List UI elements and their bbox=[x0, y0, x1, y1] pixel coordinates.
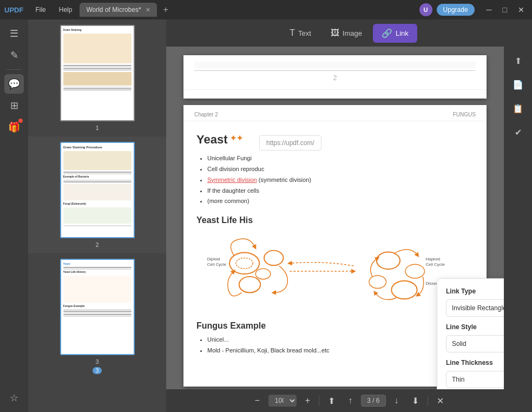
thumbnail-page-2[interactable]: Gram Staining Procedure Example of Bacte… bbox=[28, 136, 166, 253]
sidebar-divider-1 bbox=[6, 69, 22, 70]
right-icon-share[interactable]: ⬆ bbox=[508, 51, 528, 70]
bullet-list: Unicellular Fungi Cell division reproduc… bbox=[196, 153, 474, 207]
sidebar-icon-edit[interactable]: ✎ bbox=[4, 45, 24, 65]
link-tool-button[interactable]: 🔗 Link bbox=[373, 24, 417, 43]
help-menu[interactable]: Help bbox=[54, 4, 78, 16]
svg-point-7 bbox=[391, 281, 417, 299]
page-header: Chapter 2 FUNGUS bbox=[183, 105, 487, 121]
left-sidebar: ☰ ✎ 💬 ⊞ 🎁 ☆ bbox=[0, 19, 28, 412]
thumbnail-label-2: 2 bbox=[95, 241, 98, 248]
bullet-1: Unicellular Fungi bbox=[207, 153, 474, 164]
fungus-bullet-2: Mold - Penicillium, Koji, Black bread mo… bbox=[207, 345, 474, 356]
scroll-up-small-button[interactable]: ↑ bbox=[344, 394, 357, 408]
avatar: U bbox=[419, 3, 432, 16]
bullet-4: If the daughter cells bbox=[207, 186, 474, 197]
pdf-page-2-top: 2 bbox=[183, 55, 487, 99]
link-tool-label: Link bbox=[396, 29, 409, 37]
svg-text:Diploid: Diploid bbox=[207, 257, 220, 261]
active-tab[interactable]: World of Microbes* ✕ bbox=[80, 3, 156, 17]
add-tab-button[interactable]: + bbox=[159, 3, 173, 17]
url-overlay: https://updf.com/ bbox=[259, 135, 321, 151]
right-icon-file[interactable]: 📋 bbox=[508, 99, 528, 118]
minimize-button[interactable]: ─ bbox=[483, 4, 495, 15]
svg-point-5 bbox=[377, 252, 400, 269]
yeast-life-cycle-diagram: Diploid Cell Cycle Haploid Cell Cycle Di… bbox=[196, 231, 474, 315]
yeast-cycle-svg: Diploid Cell Cycle Haploid Cell Cycle Di… bbox=[196, 231, 474, 315]
main-layout: ☰ ✎ 💬 ⊞ 🎁 ☆ Gram Staining bbox=[0, 19, 532, 412]
line-thickness-select[interactable]: Thin Medium Thick bbox=[446, 371, 504, 388]
page-indicator: 3 / 6 bbox=[361, 395, 385, 407]
bottom-navigation: − 100% + ⬆ ↑ 3 / 6 ↓ ⬇ ✕ bbox=[166, 389, 532, 412]
svg-point-0 bbox=[229, 252, 259, 273]
link-tool-icon: 🔗 bbox=[382, 28, 392, 38]
titlebar: UPDF File Help World of Microbes* ✕ + U … bbox=[0, 0, 532, 19]
fungus-label: FUNGUS bbox=[453, 112, 476, 117]
sidebar-icon-organize[interactable]: ⊞ bbox=[4, 96, 24, 115]
text-tool-icon: T bbox=[290, 28, 295, 38]
scroll-down-button[interactable]: ⬇ bbox=[408, 394, 423, 408]
svg-point-1 bbox=[236, 258, 253, 269]
nav-divider-2 bbox=[428, 395, 428, 406]
line-style-select[interactable]: Solid Dashed bbox=[446, 335, 504, 352]
line-thickness-label: Line Thickness bbox=[446, 359, 504, 367]
maximize-button[interactable]: □ bbox=[500, 4, 510, 15]
symmetric-note: (symmetric division) bbox=[259, 176, 311, 183]
tab-area: World of Microbes* ✕ + bbox=[80, 3, 417, 17]
zoom-in-button[interactable]: + bbox=[301, 394, 314, 408]
yeast-accent: ✦✦ bbox=[230, 132, 243, 144]
right-icon-pdf[interactable]: 📄 bbox=[508, 75, 528, 94]
bullet-3: Symmetric division (symmetric division) bbox=[207, 175, 474, 186]
content-area: T Text 🖼 Image 🔗 Link 2 bbox=[166, 19, 532, 412]
tab-name: World of Microbes* bbox=[86, 6, 141, 14]
thumbnail-label-3: 3 bbox=[95, 358, 98, 365]
symmetric-link[interactable]: Symmetric division bbox=[207, 176, 257, 183]
text-tool-label: Text bbox=[298, 29, 311, 37]
thumbnail-image-2: Gram Staining Procedure Example of Bacte… bbox=[60, 142, 135, 238]
zoom-select[interactable]: 100% bbox=[268, 395, 297, 407]
svg-text:Cell Cycle: Cell Cycle bbox=[207, 262, 227, 267]
sidebar-icon-view[interactable]: ☰ bbox=[4, 24, 24, 43]
thumbnail-panel: Gram Staining 1 Gram Staining Procedu bbox=[28, 19, 166, 412]
thumbnail-label-1: 1 bbox=[95, 125, 98, 131]
upgrade-button[interactable]: Upgrade bbox=[437, 4, 475, 16]
text-tool-button[interactable]: T Text bbox=[281, 24, 320, 42]
url-text: https://updf.com/ bbox=[266, 139, 314, 147]
zoom-out-button[interactable]: − bbox=[250, 394, 264, 408]
titlebar-right: U Upgrade ─ □ ✕ bbox=[419, 3, 528, 16]
image-tool-icon: 🖼 bbox=[331, 28, 339, 38]
thumbnail-badge-3: 3 bbox=[93, 367, 102, 374]
bullet-5: (more common) bbox=[207, 196, 474, 207]
svg-point-4 bbox=[239, 277, 260, 293]
top-toolbar: T Text 🖼 Image 🔗 Link bbox=[166, 19, 532, 47]
file-menu[interactable]: File bbox=[30, 4, 51, 16]
scroll-up-button[interactable]: ⬆ bbox=[324, 394, 339, 408]
link-type-label: Link Type bbox=[446, 287, 504, 295]
page-title: Yeast ✦✦ bbox=[196, 130, 243, 149]
svg-point-6 bbox=[405, 264, 424, 278]
tab-close-icon[interactable]: ✕ bbox=[146, 6, 150, 14]
svg-point-8 bbox=[369, 276, 386, 289]
gift-notification-dot bbox=[18, 119, 23, 123]
section-title-yeast: Yeast Life His bbox=[196, 213, 474, 227]
svg-text:Cell Cycle: Cell Cycle bbox=[425, 262, 445, 267]
window-controls: ─ □ ✕ bbox=[483, 4, 528, 15]
sidebar-icon-comment[interactable]: 💬 bbox=[4, 74, 24, 94]
nav-divider-1 bbox=[319, 395, 319, 406]
right-icon-check[interactable]: ✔ bbox=[508, 122, 528, 142]
sidebar-icon-gift[interactable]: 🎁 bbox=[4, 117, 24, 137]
chapter-label: Chapter 2 bbox=[194, 112, 218, 117]
pdf-viewer: 2 https://updf.com/ Chapter 2 FUNGUS bbox=[166, 47, 504, 389]
bullet-2: Cell division reproduc bbox=[207, 164, 474, 175]
link-type-select[interactable]: Invisible Rectangle Visible Rectangle bbox=[446, 299, 504, 317]
sidebar-icon-bookmark[interactable]: ☆ bbox=[4, 388, 24, 408]
close-button[interactable]: ✕ bbox=[515, 4, 528, 15]
thumbnail-page-1[interactable]: Gram Staining 1 bbox=[28, 19, 166, 136]
image-tool-button[interactable]: 🖼 Image bbox=[322, 24, 371, 42]
thumbnail-page-3[interactable]: Yeast Yeast Life History Fungus Example … bbox=[28, 253, 166, 380]
pdf-page-3: https://updf.com/ Chapter 2 FUNGUS Yeast… bbox=[183, 105, 487, 387]
right-toolbar: ⬆ 📄 📋 ✔ bbox=[504, 47, 532, 389]
scroll-down-small-button[interactable]: ↓ bbox=[390, 394, 403, 408]
close-nav-button[interactable]: ✕ bbox=[432, 394, 448, 408]
line-style-label: Line Style bbox=[446, 323, 504, 331]
svg-point-3 bbox=[255, 269, 271, 279]
